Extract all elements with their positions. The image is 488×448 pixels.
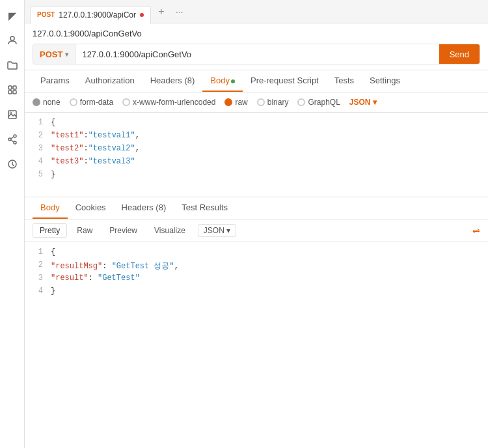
tab-more-button[interactable]: ···	[172, 5, 187, 18]
resp-json-chevron-icon: ▾	[226, 226, 230, 235]
tab-settings[interactable]: Settings	[362, 70, 408, 92]
svg-line-10	[11, 137, 14, 139]
resp-wrap-icon[interactable]: ⇌	[472, 225, 480, 236]
code-line-1: 1 {	[25, 118, 488, 131]
code-line-3: 3 "test2":"testval2",	[25, 144, 488, 157]
tab-title-label: 127.0.0.1:9000/apiCor	[59, 10, 136, 20]
radio-urlencoded-circle	[122, 98, 130, 106]
radio-form-data-circle	[70, 98, 77, 106]
response-tabs: Body Cookies Headers (8) Test Results	[25, 197, 488, 219]
svg-rect-4	[13, 91, 16, 94]
tab-add-button[interactable]: +	[154, 4, 169, 20]
body-options: none form-data x-www-form-urlencoded raw…	[25, 92, 488, 113]
tab-params[interactable]: Params	[33, 70, 77, 92]
fmt-preview[interactable]: Preview	[102, 223, 144, 238]
radio-binary[interactable]: binary	[257, 98, 289, 107]
fmt-raw[interactable]: Raw	[70, 223, 100, 238]
response-format-bar: Pretty Raw Preview Visualize JSON ▾ ⇌	[25, 219, 488, 242]
sidebar-share-icon[interactable]	[2, 129, 23, 150]
send-button[interactable]: Send	[439, 44, 480, 64]
svg-point-7	[14, 135, 16, 137]
url-input[interactable]	[75, 49, 439, 59]
svg-line-11	[11, 140, 14, 142]
tab-prerequest[interactable]: Pre-request Script	[243, 70, 327, 92]
tab-unsaved-dot	[140, 13, 144, 17]
sidebar-history-icon[interactable]	[2, 154, 23, 175]
body-dot	[231, 79, 235, 83]
resp-tab-body[interactable]: Body	[33, 197, 68, 219]
radio-none-circle	[33, 98, 40, 106]
tab-body[interactable]: Body	[202, 70, 243, 92]
resp-tab-headers[interactable]: Headers (8)	[114, 197, 174, 219]
tab-headers[interactable]: Headers (8)	[142, 70, 203, 92]
resp-tab-cookies[interactable]: Cookies	[68, 197, 114, 219]
json-format-select[interactable]: JSON ▾	[349, 98, 377, 107]
tab-tests[interactable]: Tests	[327, 70, 362, 92]
main-content: POST 127.0.0.1:9000/apiCor + ··· 127.0.0…	[25, 0, 488, 448]
resp-code-line-4: 4 }	[25, 287, 488, 300]
url-bar-container: 127.0.0.1:9000/apiConGetVo POST ▾ Send	[25, 23, 488, 70]
sidebar-folder-icon[interactable]	[2, 55, 23, 76]
url-bar: POST ▾ Send	[33, 44, 480, 64]
request-title: 127.0.0.1:9000/apiConGetVo	[33, 29, 480, 38]
sidebar-box-icon[interactable]	[2, 79, 23, 100]
fmt-pretty[interactable]: Pretty	[33, 223, 67, 238]
radio-binary-circle	[257, 98, 265, 106]
resp-json-select[interactable]: JSON ▾	[198, 224, 236, 237]
radio-form-data[interactable]: form-data	[70, 98, 113, 107]
fmt-visualize[interactable]: Visualize	[147, 223, 193, 238]
code-line-5: 5 }	[25, 170, 488, 183]
chevron-down-icon: ▾	[65, 51, 68, 58]
radio-graphql[interactable]: GraphQL	[297, 98, 340, 107]
code-line-2: 2 "test1":"testval1",	[25, 131, 488, 144]
tab-authorization[interactable]: Authorization	[77, 70, 142, 92]
resp-tab-test-results[interactable]: Test Results	[174, 197, 236, 219]
svg-rect-1	[8, 86, 12, 89]
tab-method-label: POST	[37, 11, 55, 18]
svg-rect-3	[8, 91, 12, 94]
resp-code-line-1: 1 {	[25, 247, 488, 260]
radio-none[interactable]: none	[33, 98, 61, 107]
response-code-editor: 1 { 2 "resultMsg": "GetTest 성공", 3 "resu…	[25, 242, 488, 341]
svg-point-0	[10, 36, 14, 40]
sidebar: ◤	[0, 0, 25, 448]
resp-code-line-3: 3 "result": "GetTest"	[25, 273, 488, 287]
radio-urlencoded[interactable]: x-www-form-urlencoded	[122, 98, 215, 107]
response-section: Body Cookies Headers (8) Test Results Pr…	[25, 197, 488, 341]
resp-code-line-2: 2 "resultMsg": "GetTest 성공",	[25, 260, 488, 273]
method-label: POST	[40, 49, 62, 59]
method-select[interactable]: POST ▾	[33, 44, 75, 64]
tab-bar: POST 127.0.0.1:9000/apiCor + ···	[25, 0, 488, 23]
request-tab[interactable]: POST 127.0.0.1:9000/apiCor	[30, 6, 151, 24]
request-code-editor[interactable]: 1 { 2 "test1":"testval1", 3 "test2":"tes…	[25, 113, 488, 197]
json-chevron-icon: ▾	[373, 98, 377, 107]
svg-point-8	[14, 141, 16, 144]
sidebar-user-icon[interactable]	[2, 30, 23, 51]
svg-rect-2	[13, 86, 16, 89]
code-line-4: 4 "test3":"testval3"	[25, 157, 488, 170]
sidebar-nav-icon[interactable]: ◤	[2, 5, 23, 26]
sidebar-image-icon[interactable]	[2, 104, 23, 125]
radio-raw[interactable]: raw	[224, 98, 247, 107]
request-tabs: Params Authorization Headers (8) Body Pr…	[25, 70, 488, 92]
svg-point-9	[8, 138, 11, 141]
radio-graphql-circle	[297, 98, 305, 106]
radio-raw-circle	[224, 98, 232, 106]
